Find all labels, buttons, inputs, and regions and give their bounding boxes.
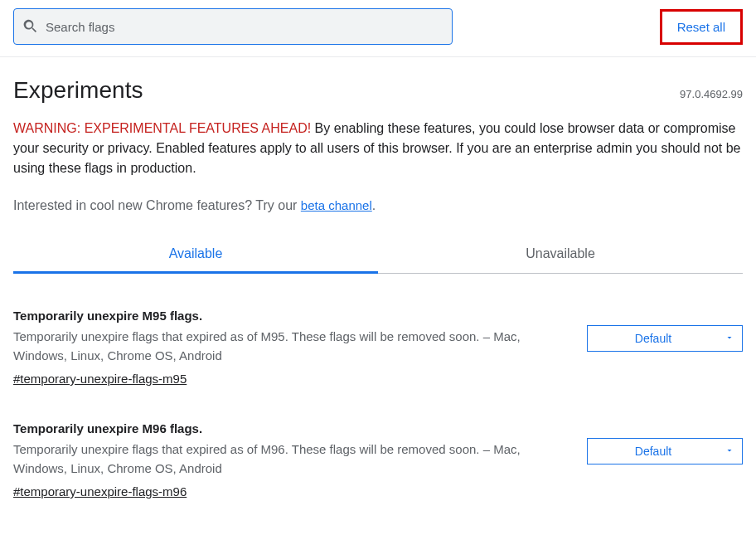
flag-anchor-link[interactable]: #temporary-unexpire-flags-m95 [13, 372, 187, 386]
flag-description: Temporarily unexpire flags that expired … [13, 328, 564, 365]
interest-paragraph: Interested in cool new Chrome features? … [13, 198, 743, 213]
flag-title: Temporarily unexpire M95 flags. [13, 309, 564, 323]
tab-bar: Available Unavailable [13, 236, 743, 274]
flag-text: Temporarily unexpire M96 flags. Temporar… [13, 421, 587, 499]
content-area: Experiments 97.0.4692.99 WARNING: EXPERI… [0, 77, 756, 499]
flag-select-wrap: Default [587, 325, 743, 352]
flag-description: Temporarily unexpire flags that expired … [13, 440, 564, 478]
flag-select-wrap: Default [587, 438, 743, 464]
interest-suffix: . [372, 198, 376, 212]
search-field[interactable] [13, 8, 453, 45]
flag-item: Temporarily unexpire M96 flags. Temporar… [13, 421, 743, 499]
flag-state-select[interactable]: Default [587, 325, 743, 352]
reset-highlight-box: Reset all [660, 9, 743, 45]
tab-available[interactable]: Available [13, 236, 378, 274]
top-bar: Reset all [0, 0, 756, 57]
title-row: Experiments 97.0.4692.99 [13, 77, 743, 104]
reset-all-button[interactable]: Reset all [667, 15, 735, 39]
search-input[interactable] [39, 20, 443, 34]
interest-prefix: Interested in cool new Chrome features? … [13, 198, 301, 212]
warning-paragraph: WARNING: EXPERIMENTAL FEATURES AHEAD! By… [13, 119, 743, 178]
flag-title: Temporarily unexpire M96 flags. [13, 421, 564, 435]
tab-unavailable[interactable]: Unavailable [378, 236, 743, 274]
flag-item: Temporarily unexpire M95 flags. Temporar… [13, 309, 743, 387]
flag-text: Temporarily unexpire M95 flags. Temporar… [13, 309, 587, 387]
flag-anchor-link[interactable]: #temporary-unexpire-flags-m96 [13, 484, 187, 499]
warning-prefix: WARNING: EXPERIMENTAL FEATURES AHEAD! [13, 121, 311, 135]
search-icon [22, 18, 39, 35]
version-text: 97.0.4692.99 [680, 88, 743, 100]
flag-state-select[interactable]: Default [587, 438, 743, 464]
page-title: Experiments [13, 77, 143, 104]
beta-channel-link[interactable]: beta channel [301, 198, 372, 212]
